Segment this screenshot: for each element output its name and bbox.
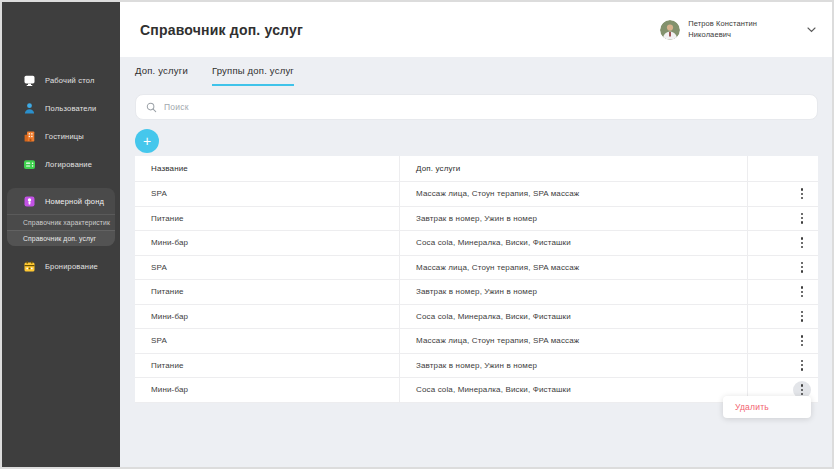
- sidebar-item-label: Номерной фонд: [45, 197, 104, 206]
- table-row: Мини-бар Coca cola, Минералка, Виски, Фи…: [135, 231, 818, 256]
- row-menu-button[interactable]: [793, 185, 811, 203]
- table-row: SPA Массаж лица, Стоун терапия, SPA масс…: [135, 256, 818, 281]
- search-input[interactable]: [164, 102, 807, 112]
- sidebar-item-hotels[interactable]: Гостиницы: [2, 122, 120, 150]
- table-row: Мини-бар Coca cola, Минералка, Виски, Фи…: [135, 305, 818, 330]
- column-header-actions: [748, 156, 818, 181]
- cell-services: Массаж лица, Стоун терапия, SPA массаж: [400, 182, 748, 206]
- user-name-line2: Николаевич: [688, 30, 731, 39]
- sidebar-item-label: Пользователи: [45, 104, 96, 113]
- row-menu-button[interactable]: [793, 356, 811, 374]
- booking-icon: [23, 260, 36, 273]
- sidebar-item-booking[interactable]: Бронирование: [2, 252, 120, 280]
- column-header-services: Доп. услуги: [400, 156, 748, 181]
- cell-services: Массаж лица, Стоун терапия, SPA массаж: [400, 329, 748, 353]
- logging-icon: [23, 158, 36, 171]
- tab-extra-services[interactable]: Доп. услуги: [135, 65, 188, 86]
- tab-bar: Доп. услуги Группы доп. услуг: [135, 65, 818, 86]
- cell-services: Coca cola, Минералка, Виски, Фисташки: [400, 305, 748, 329]
- row-menu-button[interactable]: [793, 258, 811, 276]
- delete-menu-item[interactable]: Удалить: [735, 402, 769, 412]
- sidebar: Рабочий стол Пользователи Гостиницы Логи…: [2, 2, 120, 467]
- sidebar-group-rooms: Номерной фонд Справочник характеристик С…: [7, 188, 115, 246]
- cell-services: Завтрак в номер, Ужин в номер: [400, 280, 748, 304]
- table-row: SPA Массаж лица, Стоун терапия, SPA масс…: [135, 182, 818, 207]
- cell-services: Coca cola, Минералка, Виски, Фисташки: [400, 378, 748, 402]
- groups-table: Название Доп. услуги SPA Массаж лица, Ст…: [135, 156, 818, 403]
- search-bar: [135, 94, 818, 120]
- sidebar-item-rooms[interactable]: Номерной фонд: [7, 188, 115, 214]
- cell-name: SPA: [135, 329, 400, 353]
- sidebar-item-label: Рабочий стол: [45, 76, 94, 85]
- rooms-icon: [23, 195, 36, 208]
- table-row: Питание Завтрак в номер, Ужин в номер: [135, 354, 818, 379]
- cell-services: Coca cola, Минералка, Виски, Фисташки: [400, 231, 748, 255]
- sidebar-item-label: Гостиницы: [45, 132, 84, 141]
- tab-extra-service-groups[interactable]: Группы доп. услуг: [212, 65, 294, 86]
- column-header-name: Название: [135, 156, 400, 181]
- add-button[interactable]: +: [135, 129, 159, 153]
- row-menu-button[interactable]: [793, 234, 811, 252]
- cell-name: SPA: [135, 256, 400, 280]
- user-name: Петров Константин Николаевич: [688, 19, 757, 39]
- row-menu-button[interactable]: [793, 332, 811, 350]
- topbar: Справочник доп. услуг Петров Константин …: [120, 2, 832, 57]
- sidebar-subitem-extra-services[interactable]: Справочник доп. услуг: [7, 230, 115, 246]
- cell-name: Питание: [135, 354, 400, 378]
- cell-services: Массаж лица, Стоун терапия, SPA массаж: [400, 256, 748, 280]
- sidebar-item-label: Бронирование: [45, 262, 98, 271]
- table-row: Питание Завтрак в номер, Ужин в номер: [135, 207, 818, 232]
- row-menu-button[interactable]: [793, 209, 811, 227]
- cell-services: Завтрак в номер, Ужин в номер: [400, 354, 748, 378]
- table-row: Мини-бар Coca cola, Минералка, Виски, Фи…: [135, 378, 818, 403]
- cell-name: Мини-бар: [135, 305, 400, 329]
- page-title: Справочник доп. услуг: [140, 22, 303, 38]
- users-icon: [23, 102, 36, 115]
- chevron-down-icon: [807, 27, 816, 33]
- cell-services: Завтрак в номер, Ужин в номер: [400, 207, 748, 231]
- cell-name: SPA: [135, 182, 400, 206]
- sidebar-item-users[interactable]: Пользователи: [2, 94, 120, 122]
- hotels-icon: [23, 130, 36, 143]
- app-window: Рабочий стол Пользователи Гостиницы Логи…: [0, 0, 834, 469]
- cell-name: Мини-бар: [135, 378, 400, 402]
- sidebar-item-desktop[interactable]: Рабочий стол: [2, 66, 120, 94]
- cell-name: Питание: [135, 207, 400, 231]
- row-menu-button[interactable]: [793, 307, 811, 325]
- row-menu-button[interactable]: [793, 283, 811, 301]
- user-name-line1: Петров Константин: [688, 19, 757, 28]
- avatar: [660, 20, 680, 40]
- search-icon: [146, 102, 157, 113]
- sidebar-subitem-characteristics[interactable]: Справочник характеристик: [7, 214, 115, 230]
- table-row: Питание Завтрак в номер, Ужин в номер: [135, 280, 818, 305]
- desktop-icon: [23, 74, 36, 87]
- sidebar-item-logging[interactable]: Логирование: [2, 150, 120, 178]
- sidebar-item-label: Логирование: [45, 160, 92, 169]
- table-header-row: Название Доп. услуги: [135, 156, 818, 182]
- user-menu[interactable]: Петров Константин Николаевич: [660, 19, 816, 39]
- cell-name: Мини-бар: [135, 231, 400, 255]
- table-row: SPA Массаж лица, Стоун терапия, SPA масс…: [135, 329, 818, 354]
- cell-name: Питание: [135, 280, 400, 304]
- row-context-menu: Удалить: [723, 396, 811, 418]
